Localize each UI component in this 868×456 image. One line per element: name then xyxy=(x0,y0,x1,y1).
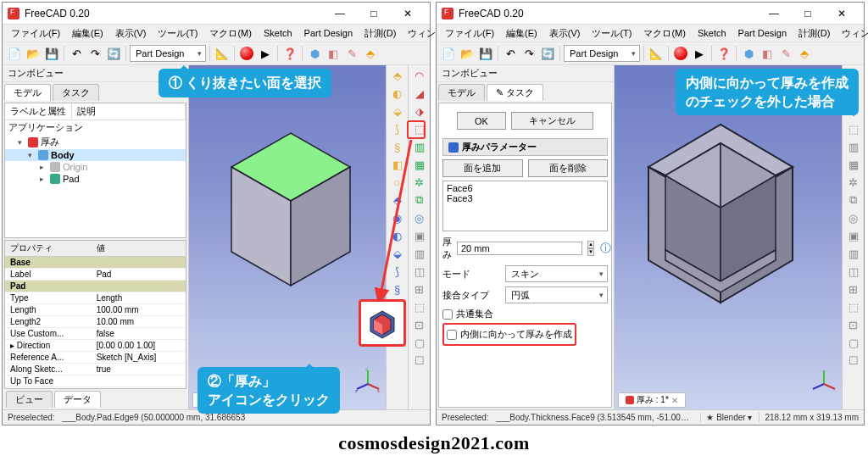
macro-icon[interactable]: ▶ xyxy=(257,45,274,62)
thickness-input[interactable] xyxy=(457,242,582,255)
menu-window[interactable]: ウィンドウ(W) xyxy=(837,26,868,41)
menu-measure[interactable]: 計測(D) xyxy=(359,26,401,41)
new-icon[interactable]: 📄 xyxy=(6,45,23,62)
tree-body[interactable]: ▾Body xyxy=(5,149,186,161)
fillet-icon[interactable]: ◠ xyxy=(411,67,428,84)
minimize-button[interactable]: — xyxy=(757,3,791,24)
menu-macro[interactable]: マクロ(M) xyxy=(204,26,257,41)
pad-icon[interactable]: ⬘ xyxy=(389,67,406,84)
mode-select[interactable]: スキン xyxy=(505,265,608,282)
tree-app[interactable]: アプリケーション xyxy=(5,120,186,135)
add-face-button[interactable]: 面を追加 xyxy=(442,159,523,177)
thickness-spinner[interactable]: ▲▼ xyxy=(587,241,594,256)
undo-icon[interactable]: ↶ xyxy=(502,45,519,62)
document-tab[interactable]: 厚み : 1*✕ xyxy=(618,392,686,408)
3d-viewport[interactable]: 厚み : 1*✕ xyxy=(615,65,842,409)
menu-macro[interactable]: マクロ(M) xyxy=(638,26,691,41)
new-icon[interactable]: 📄 xyxy=(440,45,457,62)
view-icon[interactable]: ▣ xyxy=(845,227,862,244)
inward-checkbox[interactable]: 内側に向かって厚みを作成 xyxy=(447,328,572,341)
view6-icon[interactable]: ⊡ xyxy=(411,316,428,333)
list-item[interactable]: Face6 xyxy=(447,183,604,193)
maximize-button[interactable]: □ xyxy=(791,3,825,24)
edit-sketch-icon[interactable]: ✎ xyxy=(777,45,794,62)
tree-pad[interactable]: ▸Pad xyxy=(5,173,186,185)
menu-tools[interactable]: ツール(T) xyxy=(153,26,203,41)
whatsthis-icon[interactable]: ❓ xyxy=(715,45,732,62)
menu-partdesign[interactable]: Part Design xyxy=(733,27,792,39)
tab-model[interactable]: モデル xyxy=(438,84,485,101)
view7-icon[interactable]: ▢ xyxy=(411,334,428,351)
cancel-button[interactable]: キャンセル xyxy=(511,112,593,130)
nav-axes-icon[interactable]: y x z xyxy=(355,367,381,392)
ok-button[interactable]: OK xyxy=(457,112,506,130)
menu-view[interactable]: 表示(V) xyxy=(544,26,586,41)
menu-file[interactable]: ファイル(F) xyxy=(6,26,65,41)
view8-icon[interactable]: ☐ xyxy=(845,352,862,369)
menu-partdesign[interactable]: Part Design xyxy=(299,27,358,39)
sweep-icon[interactable]: ⟆ xyxy=(389,120,406,137)
view7-icon[interactable]: ▢ xyxy=(845,334,862,351)
tree-doc[interactable]: ▾厚み xyxy=(5,135,186,149)
workbench-selector[interactable]: Part Design xyxy=(564,45,640,62)
nav-axes-icon[interactable] xyxy=(811,367,837,392)
sketch-icon[interactable]: ◧ xyxy=(759,45,776,62)
mirror-icon[interactable]: ▥ xyxy=(845,138,862,155)
redo-icon[interactable]: ↷ xyxy=(520,45,537,62)
view6-icon[interactable]: ⊡ xyxy=(845,316,862,333)
view5-icon[interactable]: ⬚ xyxy=(845,298,862,315)
view3-icon[interactable]: ◫ xyxy=(845,263,862,280)
view2-icon[interactable]: ▥ xyxy=(845,245,862,262)
menu-tools[interactable]: ツール(T) xyxy=(587,26,637,41)
save-icon[interactable]: 💾 xyxy=(477,45,494,62)
tab-data[interactable]: データ xyxy=(54,391,101,408)
refresh-icon[interactable]: 🔄 xyxy=(539,45,556,62)
expr-icon[interactable]: ⓘ xyxy=(599,240,612,257)
menu-edit[interactable]: 編集(E) xyxy=(67,26,108,41)
view4-icon[interactable]: ⊞ xyxy=(845,281,862,298)
menu-edit[interactable]: 編集(E) xyxy=(501,26,542,41)
intersection-checkbox[interactable]: 共通集合 xyxy=(442,308,608,320)
revolve-icon[interactable]: ◐ xyxy=(389,85,406,102)
save-icon[interactable]: 💾 xyxy=(43,45,60,62)
draft-icon[interactable]: ⬗ xyxy=(411,103,428,120)
linpattern-icon[interactable]: ▦ xyxy=(845,156,862,173)
sketch-icon[interactable]: ◧ xyxy=(325,45,342,62)
redo-icon[interactable]: ↷ xyxy=(86,45,103,62)
measure-icon[interactable]: 📐 xyxy=(214,45,231,62)
record-macro-icon[interactable] xyxy=(672,45,689,62)
menu-view[interactable]: 表示(V) xyxy=(110,26,152,41)
body-icon[interactable]: ⬢ xyxy=(740,45,757,62)
boolean-icon[interactable]: ◎ xyxy=(845,209,862,226)
body-icon[interactable]: ⬢ xyxy=(306,45,323,62)
tool-icon[interactable]: ⬘ xyxy=(796,45,813,62)
open-icon[interactable]: 📂 xyxy=(25,45,42,62)
join-select[interactable]: 円弧 xyxy=(505,286,608,303)
tab-model[interactable]: モデル xyxy=(4,84,51,101)
chamfer-icon[interactable]: ◢ xyxy=(411,85,428,102)
open-icon[interactable]: 📂 xyxy=(459,45,476,62)
edit-sketch-icon[interactable]: ✎ xyxy=(343,45,360,62)
del-face-button[interactable]: 面を削除 xyxy=(528,159,609,177)
tab-task[interactable]: ✎ タスク xyxy=(487,84,543,101)
menu-measure[interactable]: 計測(D) xyxy=(793,26,835,41)
menu-sketch[interactable]: Sketch xyxy=(693,27,732,39)
macro-icon[interactable]: ▶ xyxy=(691,45,708,62)
maximize-button[interactable]: □ xyxy=(357,3,391,24)
menu-file[interactable]: ファイル(F) xyxy=(440,26,499,41)
tab-task[interactable]: タスク xyxy=(53,84,99,101)
record-macro-icon[interactable] xyxy=(238,45,255,62)
view8-icon[interactable]: ☐ xyxy=(411,352,428,369)
list-item[interactable]: Face3 xyxy=(447,193,604,203)
minimize-button[interactable]: — xyxy=(323,3,357,24)
workbench-selector[interactable]: Part Design xyxy=(130,45,206,62)
loft-icon[interactable]: ⬙ xyxy=(389,103,406,120)
polpattern-icon[interactable]: ✲ xyxy=(845,174,862,191)
tree-origin[interactable]: ▸Origin xyxy=(5,161,186,173)
3d-viewport[interactable]: y x z 厚み : 1*✕ xyxy=(189,65,386,409)
close-button[interactable]: ✕ xyxy=(391,3,425,24)
property-panel[interactable]: プロパティ値 Base LabelPad Pad TypeLength Leng… xyxy=(4,240,186,389)
tool-icon[interactable]: ⬘ xyxy=(362,45,379,62)
undo-icon[interactable]: ↶ xyxy=(68,45,85,62)
whatsthis-icon[interactable]: ❓ xyxy=(281,45,298,62)
